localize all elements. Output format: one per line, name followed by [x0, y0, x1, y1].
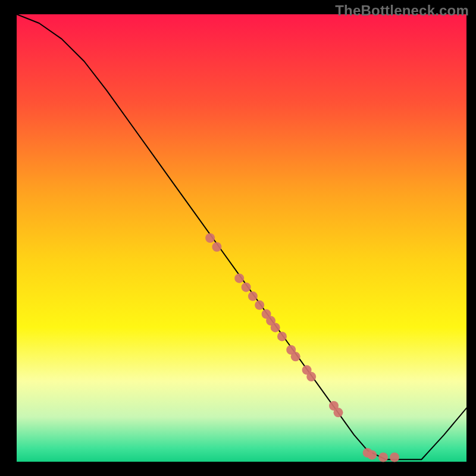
data-point — [242, 283, 251, 292]
data-point — [277, 331, 287, 341]
data-point — [367, 450, 377, 460]
bottleneck-chart — [0, 0, 476, 476]
data-point — [248, 292, 258, 301]
data-point — [212, 242, 221, 252]
data-point — [255, 300, 264, 310]
data-point — [306, 372, 316, 381]
data-point — [291, 352, 300, 361]
data-point — [234, 274, 244, 283]
data-point — [378, 453, 388, 462]
plot-background — [17, 14, 466, 462]
data-point — [271, 322, 280, 332]
data-point — [205, 233, 215, 243]
data-point — [334, 408, 343, 417]
watermark-text: TheBottleneck.com — [335, 2, 469, 19]
data-point — [390, 453, 399, 462]
chart-container: TheBottleneck.com — [0, 0, 476, 476]
